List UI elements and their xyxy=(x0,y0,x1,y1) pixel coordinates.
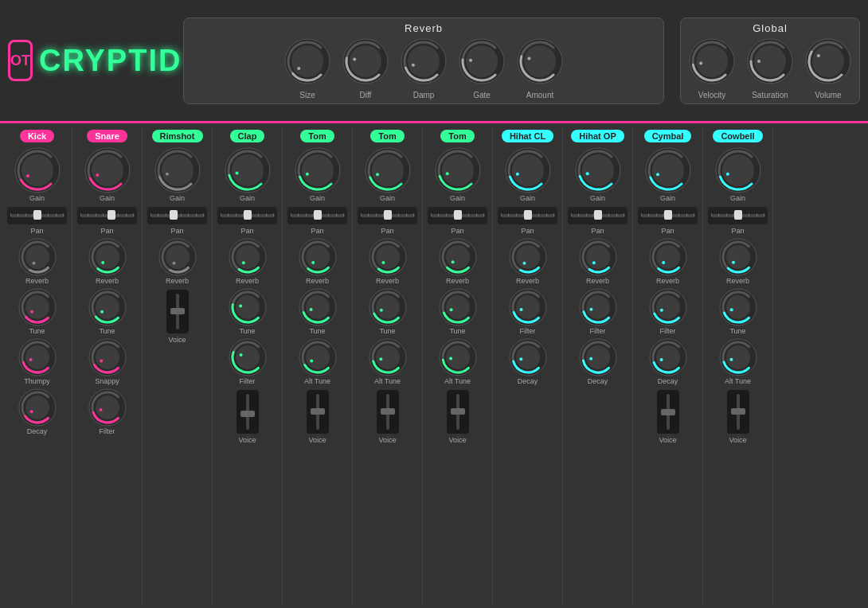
ctrl-pan[interactable]: Pan xyxy=(287,205,347,235)
ctrl-thumpy[interactable]: Thumpy xyxy=(18,338,57,385)
global-knob-saturation[interactable]: Saturation xyxy=(747,38,793,99)
channel-tom-4: Tom Gain Pan xyxy=(283,127,353,604)
ctrl-filter[interactable]: Filter xyxy=(229,338,267,385)
reverb-knob-amount[interactable]: Amount xyxy=(517,38,563,99)
reverb-knob-size[interactable]: Size xyxy=(284,38,330,99)
global-knob-velocity[interactable]: Velocity xyxy=(689,38,735,99)
ctrl-alt-tune[interactable]: Alt Tune xyxy=(439,338,477,385)
global-knob-volume[interactable]: Volume xyxy=(805,38,851,99)
ctrl-pan[interactable]: Pan xyxy=(147,205,207,235)
ctrl-reverb[interactable]: Reverb xyxy=(158,238,197,285)
knob-svg[interactable] xyxy=(747,38,793,88)
ctrl-tune[interactable]: Tune xyxy=(299,288,337,335)
ctrl-voice[interactable]: Voice xyxy=(237,388,259,444)
ctrl-pan[interactable]: Pan xyxy=(77,205,137,235)
ctrl-tune[interactable]: Tune xyxy=(439,288,477,335)
pan-slider[interactable] xyxy=(77,207,137,224)
fader[interactable] xyxy=(377,390,399,434)
ctrl-gain[interactable]: Gain xyxy=(154,147,201,202)
ctrl-pan[interactable]: Pan xyxy=(428,205,487,235)
fader[interactable] xyxy=(166,290,189,333)
ctrl-pan[interactable]: Pan xyxy=(568,205,628,235)
ctrl-reverb[interactable]: Reverb xyxy=(649,238,687,285)
ctrl-reverb[interactable]: Reverb xyxy=(579,238,617,285)
ctrl-gain[interactable]: Gain xyxy=(295,147,341,202)
ctrl-filter[interactable]: Filter xyxy=(509,288,547,335)
ctrl-tune[interactable]: Tune xyxy=(18,288,57,335)
ctrl-alt-tune[interactable]: Alt Tune xyxy=(719,338,757,385)
ctrl-filter[interactable]: Filter xyxy=(579,288,617,335)
ctrl-gain[interactable]: Gain xyxy=(505,147,551,202)
ctrl-voice[interactable]: Voice xyxy=(377,388,399,444)
pan-slider[interactable] xyxy=(568,207,628,224)
knob-svg[interactable] xyxy=(342,38,389,88)
ctrl-voice[interactable]: Voice xyxy=(447,388,469,444)
ctrl-pan[interactable]: Pan xyxy=(498,205,557,235)
ctrl-tune[interactable]: Tune xyxy=(88,288,127,335)
ctrl-pan[interactable]: Pan xyxy=(358,205,417,235)
ctrl-gain[interactable]: Gain xyxy=(14,147,61,202)
pan-slider[interactable] xyxy=(708,207,768,224)
ctrl-voice[interactable]: Voice xyxy=(166,288,189,344)
pan-slider[interactable] xyxy=(638,207,698,224)
ctrl-reverb[interactable]: Reverb xyxy=(439,238,477,285)
ctrl-gain[interactable]: Gain xyxy=(225,147,271,202)
pan-slider[interactable] xyxy=(7,207,67,224)
ctrl-reverb[interactable]: Reverb xyxy=(299,238,337,285)
ctrl-filter[interactable]: Filter xyxy=(649,288,687,335)
ctrl-decay[interactable]: Decay xyxy=(579,338,617,385)
ctrl-gain[interactable]: Gain xyxy=(365,147,411,202)
knob-svg[interactable] xyxy=(284,38,330,88)
ctrl-reverb[interactable]: Reverb xyxy=(509,238,547,285)
pan-slider[interactable] xyxy=(147,207,207,224)
ctrl-decay[interactable]: Decay xyxy=(509,338,547,385)
ctrl-reverb[interactable]: Reverb xyxy=(719,238,757,285)
ctrl-reverb[interactable]: Reverb xyxy=(88,238,127,285)
pan-slider[interactable] xyxy=(217,207,277,224)
ctrl-decay[interactable]: Decay xyxy=(18,388,57,435)
ctrl-label: Pan xyxy=(661,227,674,235)
fader[interactable] xyxy=(307,390,329,434)
reverb-knob-damp[interactable]: Damp xyxy=(401,38,447,99)
ctrl-label: Reverb xyxy=(376,277,399,285)
svg-point-68 xyxy=(239,304,242,307)
ctrl-voice[interactable]: Voice xyxy=(307,388,329,444)
fader[interactable] xyxy=(237,390,259,434)
knob-svg[interactable] xyxy=(517,38,563,88)
ctrl-voice[interactable]: Voice xyxy=(727,388,749,444)
ctrl-gain[interactable]: Gain xyxy=(435,147,481,202)
pan-slider[interactable] xyxy=(358,207,417,224)
knob-svg[interactable] xyxy=(401,38,447,88)
ctrl-pan[interactable]: Pan xyxy=(708,205,768,235)
knob-svg[interactable] xyxy=(805,38,851,88)
ctrl-reverb[interactable]: Reverb xyxy=(18,238,57,285)
ctrl-decay[interactable]: Decay xyxy=(649,338,687,385)
ctrl-pan[interactable]: Pan xyxy=(217,205,277,235)
ctrl-gain[interactable]: Gain xyxy=(84,147,131,202)
ctrl-snappy[interactable]: Snappy xyxy=(88,338,127,385)
ctrl-pan[interactable]: Pan xyxy=(638,205,698,235)
ctrl-gain[interactable]: Gain xyxy=(575,147,621,202)
ctrl-reverb[interactable]: Reverb xyxy=(229,238,267,285)
ctrl-filter[interactable]: Filter xyxy=(88,388,127,435)
ctrl-tune[interactable]: Tune xyxy=(229,288,267,335)
pan-slider[interactable] xyxy=(498,207,557,224)
reverb-knob-diff[interactable]: Diff xyxy=(342,38,389,99)
fader[interactable] xyxy=(657,390,679,434)
pan-slider[interactable] xyxy=(287,207,347,224)
ctrl-voice[interactable]: Voice xyxy=(657,388,679,444)
ctrl-alt-tune[interactable]: Alt Tune xyxy=(369,338,407,385)
ctrl-gain[interactable]: Gain xyxy=(715,147,761,202)
knob-svg[interactable] xyxy=(689,38,735,88)
ctrl-gain[interactable]: Gain xyxy=(645,147,691,202)
ctrl-alt-tune[interactable]: Alt Tune xyxy=(299,338,337,385)
knob-svg[interactable] xyxy=(459,38,505,88)
fader[interactable] xyxy=(447,390,469,434)
fader[interactable] xyxy=(727,390,749,434)
pan-slider[interactable] xyxy=(428,207,487,224)
ctrl-tune[interactable]: Tune xyxy=(719,288,757,335)
ctrl-tune[interactable]: Tune xyxy=(369,288,407,335)
ctrl-reverb[interactable]: Reverb xyxy=(369,238,407,285)
ctrl-pan[interactable]: Pan xyxy=(7,205,67,235)
reverb-knob-gate[interactable]: Gate xyxy=(459,38,505,99)
